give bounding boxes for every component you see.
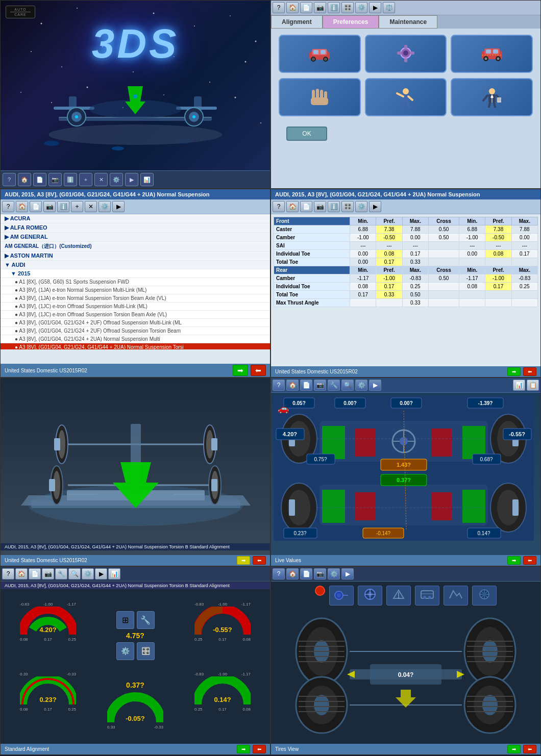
live-settings-btn[interactable]: ⚙️ xyxy=(355,380,367,391)
tires-icon-btn-1[interactable] xyxy=(329,586,354,606)
list-item-amgen-custom[interactable]: AM GENERAL（进口）(Customized) xyxy=(1,242,270,251)
list-help-btn[interactable]: ? xyxy=(2,201,14,212)
prefs-doc-btn[interactable]: 📄 xyxy=(300,2,312,13)
tires-back-btn[interactable]: ⬅ xyxy=(523,745,536,753)
list-item-alfa[interactable]: ALFA ROMEO xyxy=(1,223,270,233)
help-btn[interactable]: ? xyxy=(3,173,16,186)
specs-arrow-btn[interactable]: ▶ xyxy=(369,201,381,212)
list-info-btn[interactable]: ℹ️ xyxy=(57,201,69,212)
list-item-a3-g01-torsion[interactable]: ● A3 [8V], (G01/G04, G21/G24 + 2UF) Offr… xyxy=(1,327,270,335)
prefs-ok-btn[interactable]: OK xyxy=(286,127,327,141)
list-home-btn[interactable]: 🏠 xyxy=(16,201,28,212)
specs-help-btn[interactable]: ? xyxy=(273,201,285,212)
list-item-audi[interactable]: ▼ AUDI xyxy=(1,261,270,269)
list-item-a3-g01-ml[interactable]: ● A3 [8V], (G01/G04, G21/G24 + 2UF) Offr… xyxy=(1,319,270,327)
gauges-wrench-btn[interactable]: 🔧 xyxy=(55,568,67,579)
wheel-3d-yellow-btn[interactable]: ➡ xyxy=(237,556,250,565)
live-arrow-btn[interactable]: ▶ xyxy=(369,380,381,391)
list-next-btn[interactable]: ➡ xyxy=(233,365,248,376)
list-close-btn[interactable]: ✕ xyxy=(85,201,97,212)
tires-arrow-btn[interactable]: ▶ xyxy=(341,568,354,579)
specs-doc-btn[interactable]: 📄 xyxy=(300,201,312,212)
prefs-home-btn[interactable]: 🏠 xyxy=(286,2,299,13)
live-doc-btn[interactable]: 📄 xyxy=(300,380,312,391)
gauges-back-btn[interactable]: ⬅ xyxy=(253,745,266,753)
gauges-arrow-btn[interactable]: ▶ xyxy=(95,568,107,579)
live-extra-btn1[interactable]: 📊 xyxy=(513,380,525,391)
gauges-next-btn[interactable]: ➡ xyxy=(237,745,250,753)
pref-car2-btn[interactable] xyxy=(451,35,533,73)
list-item-amgen[interactable]: AM GENERAL xyxy=(1,233,270,242)
tires-settings-btn[interactable]: ⚙️ xyxy=(328,568,340,579)
live-extra-btn2[interactable]: 📋 xyxy=(527,380,539,391)
info-btn[interactable]: ℹ️ xyxy=(64,173,77,186)
list-item-a3-1jc-vl[interactable]: ● A3 [8V], (1JC) e-tron Offroad Suspensi… xyxy=(1,311,270,319)
tab-preferences[interactable]: Preferences xyxy=(323,15,379,29)
list-item-a3-1ja-ml[interactable]: ● A3 [8V], (1JA) e-tron Normal Suspensio… xyxy=(1,286,270,294)
gauges-home-btn[interactable]: 🏠 xyxy=(15,568,28,579)
list-item-a3-g01-normal[interactable]: ● A3 [8V], (G01/G04, G21/G24 + 2UA) Norm… xyxy=(1,335,270,343)
tires-camera-btn[interactable]: 📷 xyxy=(314,568,326,579)
add-btn[interactable]: + xyxy=(79,173,92,186)
pref-wrench-btn[interactable] xyxy=(365,78,447,116)
center-icon-2[interactable]: 🔧 xyxy=(137,611,155,629)
list-settings-btn[interactable]: ⚙️ xyxy=(99,201,111,212)
home-btn[interactable]: 🏠 xyxy=(18,173,31,186)
specs-gauge-btn[interactable]: 🎛️ xyxy=(341,201,354,212)
specs-next-btn[interactable]: ➡ xyxy=(507,367,521,376)
center-icon-3[interactable]: ⚙️ xyxy=(116,642,134,660)
specs-home-btn[interactable]: 🏠 xyxy=(286,201,299,212)
gauges-camera-btn[interactable]: 📷 xyxy=(42,568,54,579)
tires-doc-btn[interactable]: 📄 xyxy=(300,568,312,579)
chart-btn[interactable]: 📊 xyxy=(140,173,154,186)
specs-info-btn[interactable]: ℹ️ xyxy=(328,201,340,212)
tires-icon-btn-3[interactable] xyxy=(386,586,411,606)
live-back-btn[interactable]: ⬅ xyxy=(523,556,536,565)
tires-icon-btn-2[interactable] xyxy=(358,586,382,606)
gauges-doc-btn[interactable]: 📄 xyxy=(29,568,41,579)
list-back-btn[interactable]: ⬅ xyxy=(251,365,266,376)
pref-settings-btn[interactable] xyxy=(365,35,447,73)
list-item-2015[interactable]: ▼ 2015 xyxy=(1,269,270,278)
tab-alignment[interactable]: Alignment xyxy=(271,15,323,29)
prefs-camera-btn[interactable]: 📷 xyxy=(314,2,326,13)
pref-car-btn[interactable] xyxy=(279,35,361,73)
prefs-arrow-btn[interactable]: ▶ xyxy=(369,2,381,13)
list-add-btn[interactable]: + xyxy=(71,201,83,212)
center-icon-1[interactable]: ⊞ xyxy=(116,611,134,629)
play-btn[interactable]: ▶ xyxy=(125,173,138,186)
gauges-extra1-btn[interactable]: 📊 xyxy=(108,568,120,579)
live-zoom-btn[interactable]: 🔍 xyxy=(341,380,354,391)
list-arrow-btn[interactable]: ▶ xyxy=(112,201,125,212)
gauges-help-btn[interactable]: ? xyxy=(2,568,14,579)
prefs-gauge-btn[interactable]: 🎛️ xyxy=(341,2,354,13)
doc-btn[interactable]: 📄 xyxy=(33,173,46,186)
prefs-settings-btn[interactable]: ⚙️ xyxy=(355,2,367,13)
list-item-acura[interactable]: ACURA xyxy=(1,214,270,223)
list-item-aston[interactable]: ASTON MARTIN xyxy=(1,251,270,261)
center-icon-4[interactable]: 🎛️ xyxy=(137,642,155,660)
tires-icon-btn-6[interactable] xyxy=(472,586,497,606)
list-item-a3-1ja-vl[interactable]: ● A3 [8V], (1JA) e-tron Normal Suspensio… xyxy=(1,294,270,303)
specs-back-btn[interactable]: ⬅ xyxy=(523,367,536,376)
live-home-btn[interactable]: 🏠 xyxy=(286,380,299,391)
prefs-help-btn[interactable]: ? xyxy=(273,2,285,13)
pref-business-btn[interactable] xyxy=(451,78,533,116)
camera-btn[interactable]: 📷 xyxy=(48,173,62,186)
gauges-settings-btn[interactable]: ⚙️ xyxy=(82,568,94,579)
tab-maintenance[interactable]: Maintenance xyxy=(379,15,437,29)
settings-btn[interactable]: ⚙️ xyxy=(110,173,123,186)
tires-next-btn[interactable]: ➡ xyxy=(507,745,521,753)
close-btn[interactable]: ✕ xyxy=(94,173,108,186)
live-camera-btn[interactable]: 📷 xyxy=(314,380,326,391)
live-wrench-btn[interactable]: 🔧 xyxy=(328,380,340,391)
specs-camera-btn[interactable]: 📷 xyxy=(314,201,326,212)
pref-hand-btn[interactable] xyxy=(279,78,361,116)
gauges-zoom-btn[interactable]: 🔍 xyxy=(68,568,81,579)
list-doc-btn[interactable]: 📄 xyxy=(30,201,42,212)
live-help-btn[interactable]: ? xyxy=(273,380,285,391)
tires-help-btn[interactable]: ? xyxy=(273,568,285,579)
list-item-a1[interactable]: ● A1 [8X], (G58, G60) S1 Sports Suspensi… xyxy=(1,278,270,286)
live-next-btn[interactable]: ➡ xyxy=(507,556,521,565)
tires-icon-btn-4[interactable] xyxy=(415,586,439,606)
